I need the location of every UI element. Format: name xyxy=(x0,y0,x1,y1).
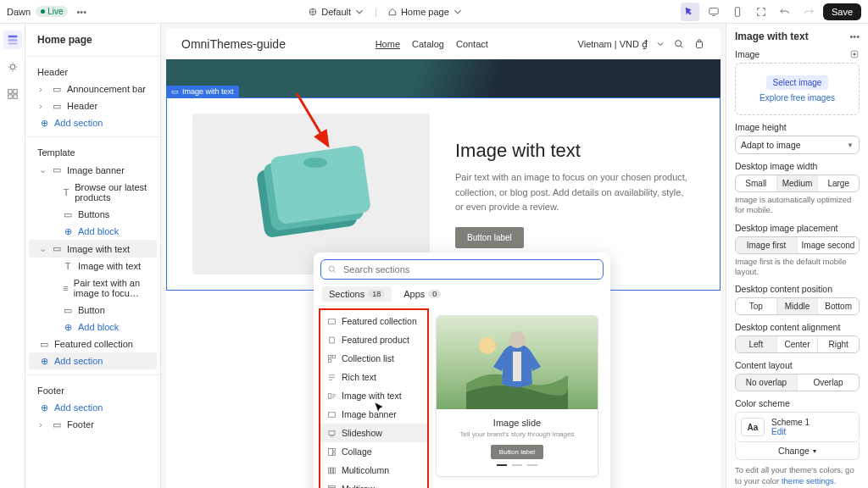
svg-point-24 xyxy=(329,266,334,271)
iwt-heading[interactable]: Image with text xyxy=(455,140,694,162)
template-dropdown[interactable]: Default xyxy=(303,5,370,19)
inspector-toggle[interactable] xyxy=(681,3,699,21)
block-buttons[interactable]: ▭Buttons xyxy=(29,206,157,223)
section-image-banner[interactable]: ⌄▭Image banner xyxy=(29,161,157,179)
add-block-banner[interactable]: ⊕Add block xyxy=(29,223,157,240)
site-logo[interactable]: OmniThemes-guide xyxy=(181,37,286,51)
svg-rect-5 xyxy=(8,43,17,45)
svg-point-6 xyxy=(10,64,14,69)
content-position-segment[interactable]: Top Middle Bottom xyxy=(735,297,860,315)
change-scheme-button[interactable]: Change▾ xyxy=(735,442,860,460)
svg-rect-28 xyxy=(332,355,335,358)
mobile-view-button[interactable] xyxy=(728,3,747,21)
theme-settings-link[interactable]: theme settings. xyxy=(782,476,836,485)
content-align-segment[interactable]: Left Center Right xyxy=(735,336,860,353)
block-iwt-text[interactable]: ≡Pair text with an image to focu… xyxy=(29,274,157,302)
sections-sidebar: Home page Header ›▭Announcement bar ›▭He… xyxy=(25,24,161,488)
section-footer[interactable]: ›▭Footer xyxy=(29,416,157,433)
undo-button[interactable] xyxy=(776,3,794,21)
svg-rect-39 xyxy=(328,485,335,487)
section-search-input[interactable] xyxy=(320,259,604,280)
svg-point-48 xyxy=(509,331,526,348)
svg-rect-38 xyxy=(334,468,336,474)
image-height-select[interactable]: Adapt to image▼ xyxy=(735,136,860,154)
theme-actions-button[interactable]: ••• xyxy=(73,5,90,19)
content-layout-segment[interactable]: No overlap Overlap xyxy=(735,374,860,391)
cart-icon[interactable] xyxy=(693,38,705,50)
dynamic-source-icon[interactable] xyxy=(849,49,860,59)
section-picker-popup: Sections18 Apps0 Featured collection Fea… xyxy=(314,252,610,488)
scheme-swatch: Aa xyxy=(741,418,765,436)
section-opt-multicolumn[interactable]: Multicolumn xyxy=(320,461,427,480)
nav-contact[interactable]: Contact xyxy=(456,39,488,49)
svg-rect-47 xyxy=(513,352,521,381)
section-opt-featured-product[interactable]: Featured product xyxy=(320,330,427,349)
iwt-image-placeholder[interactable] xyxy=(192,114,430,274)
svg-rect-15 xyxy=(270,145,371,225)
sections-rail[interactable] xyxy=(3,30,22,49)
section-image-with-text[interactable]: ⌄▭Image with text xyxy=(29,240,157,258)
add-header-section[interactable]: ⊕Add section xyxy=(29,114,157,131)
nav-home[interactable]: Home xyxy=(376,39,400,49)
section-featured-collection[interactable]: ▭Featured collection xyxy=(29,336,157,352)
scheme-edit-link[interactable]: Edit xyxy=(771,427,810,436)
section-preview-card: Image slide Tell your brand's story thro… xyxy=(436,315,598,477)
template-icon xyxy=(308,7,318,17)
app-embeds-rail[interactable] xyxy=(3,85,22,103)
panel-title: Image with text xyxy=(735,30,809,42)
image-picker[interactable]: Select image Explore free images xyxy=(735,63,860,115)
panel-actions[interactable]: ••• xyxy=(849,31,860,42)
section-opt-image-with-text[interactable]: Image with text xyxy=(320,386,427,405)
image-banner-preview[interactable] xyxy=(166,59,721,97)
color-scheme-row: Aa Scheme 1 Edit xyxy=(735,412,860,442)
image-width-segment[interactable]: Small Medium Large xyxy=(735,175,860,192)
svg-rect-31 xyxy=(328,412,335,417)
svg-rect-3 xyxy=(8,36,17,38)
svg-rect-10 xyxy=(13,95,16,98)
preview-slide-desc: Tell your brand's story through images xyxy=(445,430,589,438)
fullscreen-button[interactable] xyxy=(752,3,771,21)
svg-rect-25 xyxy=(328,319,335,324)
iwt-description[interactable]: Pair text with an image to focus on your… xyxy=(455,170,694,215)
apps-tab[interactable]: Apps0 xyxy=(397,286,448,302)
svg-rect-27 xyxy=(328,355,331,358)
settings-panel: Image with text ••• Image Select image E… xyxy=(726,24,868,488)
add-block-iwt[interactable]: ⊕Add block xyxy=(29,319,157,336)
section-opt-multirow[interactable]: Multirow xyxy=(320,480,427,488)
svg-rect-34 xyxy=(333,448,336,451)
section-opt-image-banner[interactable]: Image banner xyxy=(320,405,427,424)
block-iwt-heading[interactable]: TImage with text xyxy=(29,258,157,274)
add-template-section[interactable]: ⊕Add section xyxy=(29,352,157,369)
chevron-down-icon xyxy=(453,7,463,17)
block-iwt-button[interactable]: ▭Button xyxy=(29,302,157,319)
section-announcement-bar[interactable]: ›▭Announcement bar xyxy=(29,80,157,97)
nav-catalog[interactable]: Catalog xyxy=(412,39,444,49)
theme-settings-rail[interactable] xyxy=(3,58,22,76)
svg-point-46 xyxy=(479,337,496,354)
page-dropdown[interactable]: Home page xyxy=(382,5,468,19)
svg-point-11 xyxy=(676,41,682,47)
svg-rect-9 xyxy=(8,95,11,98)
svg-point-50 xyxy=(854,53,856,56)
section-opt-collage[interactable]: Collage xyxy=(320,442,427,461)
section-opt-rich-text[interactable]: Rich text xyxy=(320,368,427,386)
desktop-view-button[interactable] xyxy=(704,3,723,21)
section-opt-featured-collection[interactable]: Featured collection xyxy=(320,312,427,330)
search-icon[interactable] xyxy=(673,38,685,50)
add-footer-section[interactable]: ⊕Add section xyxy=(29,399,157,416)
locale-selector[interactable]: Vietnam | VND ₫ xyxy=(578,39,648,50)
select-image-button[interactable]: Select image xyxy=(766,75,829,90)
save-button[interactable]: Save xyxy=(823,3,861,20)
section-header[interactable]: ›▭Header xyxy=(29,97,157,114)
preview-slide-button: Button label xyxy=(491,445,543,459)
explore-images-link[interactable]: Explore free images xyxy=(743,93,852,103)
image-placement-segment[interactable]: Image first Image second xyxy=(735,236,860,254)
block-browse-products[interactable]: TBrowse our latest products xyxy=(29,179,157,206)
redo-button[interactable] xyxy=(799,3,818,21)
home-icon xyxy=(387,7,398,17)
section-opt-collection-list[interactable]: Collection list xyxy=(320,349,427,368)
iwt-button[interactable]: Button label xyxy=(455,227,524,248)
section-list-highlighted: Featured collection Featured product Col… xyxy=(319,308,429,488)
section-opt-slideshow[interactable]: Slideshow xyxy=(320,424,427,442)
sections-tab[interactable]: Sections18 xyxy=(322,286,392,302)
